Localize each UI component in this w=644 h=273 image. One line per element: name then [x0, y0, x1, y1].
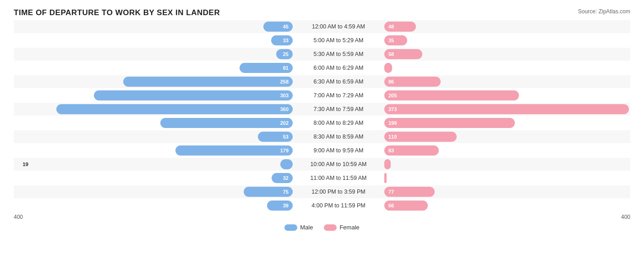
bar-female: 373 [384, 104, 629, 114]
chart-row: 394:00 PM to 11:59 PM66 [14, 199, 630, 212]
time-label: 8:30 AM to 8:59 AM [293, 134, 384, 140]
legend-male-swatch [284, 224, 297, 231]
chart-row: 3037:00 AM to 7:29 AM205 [14, 89, 630, 102]
legend-female-swatch [324, 224, 337, 231]
bar-female [384, 159, 391, 169]
legend: Male Female [14, 224, 630, 231]
time-label: 7:00 AM to 7:29 AM [293, 92, 384, 99]
bar-male-value: 19 [14, 162, 30, 167]
chart-row: 538:30 AM to 8:59 AM110 [14, 130, 630, 143]
chart-row: 816:00 AM to 6:29 AM12 [14, 61, 630, 74]
axis-right-label: 400 [621, 214, 630, 220]
bar-female: 205 [384, 90, 519, 100]
bar-female: 110 [384, 132, 457, 142]
bar-male: 39 [267, 201, 293, 211]
bar-female [384, 173, 387, 183]
legend-female-label: Female [339, 224, 359, 231]
time-label: 5:00 AM to 5:29 AM [293, 37, 384, 44]
chart-row: 4512:00 AM to 4:59 AM48 [14, 20, 630, 33]
chart-row: 1910:00 AM to 10:59 AM10 [14, 158, 630, 171]
chart-row: 3211:00 AM to 11:59 AM0 [14, 172, 630, 184]
time-label: 6:00 AM to 6:29 AM [293, 65, 384, 71]
bar-female: 58 [384, 49, 422, 59]
bar-male: 179 [175, 145, 293, 156]
chart-row: 335:00 AM to 5:29 AM35 [14, 34, 630, 47]
chart-row: 7512:00 PM to 3:59 PM77 [14, 185, 630, 198]
legend-male-label: Male [300, 224, 313, 231]
time-label: 6:30 AM to 6:59 AM [293, 78, 384, 85]
bar-male: 258 [123, 77, 293, 87]
bar-male: 25 [276, 49, 293, 59]
bar-female: 83 [384, 145, 439, 156]
bar-female [384, 63, 392, 73]
time-label: 7:30 AM to 7:59 AM [293, 106, 384, 112]
bar-male: 32 [272, 173, 293, 183]
time-label: 10:00 AM to 10:59 AM [293, 161, 384, 167]
time-label: 9:00 AM to 9:59 AM [293, 147, 384, 154]
time-label: 12:00 AM to 4:59 AM [293, 23, 384, 30]
chart-row: 2586:30 AM to 6:59 AM86 [14, 75, 630, 88]
time-label: 8:00 AM to 8:29 AM [293, 120, 384, 126]
chart-container: TIME OF DEPARTURE TO WORK BY SEX IN LAND… [0, 0, 644, 273]
full-chart: 4512:00 AM to 4:59 AM48335:00 AM to 5:29… [14, 20, 630, 231]
bar-male: 33 [271, 35, 293, 45]
bar-female: 48 [384, 22, 416, 32]
bar-male: 202 [160, 118, 293, 128]
time-label: 11:00 AM to 11:59 AM [293, 175, 384, 181]
bar-male: 303 [94, 90, 293, 100]
time-label: 12:00 PM to 3:59 PM [293, 189, 384, 195]
axis-left-label: 400 [14, 214, 23, 220]
bar-female: 35 [384, 35, 407, 45]
bar-male [280, 159, 293, 169]
time-label: 4:00 PM to 11:59 PM [293, 202, 384, 209]
bar-female: 199 [384, 118, 515, 128]
bar-male: 75 [244, 187, 293, 197]
chart-title: TIME OF DEPARTURE TO WORK BY SEX IN LAND… [14, 8, 630, 17]
chart-row: 2028:00 AM to 8:29 AM199 [14, 117, 630, 129]
chart-row: 255:30 AM to 5:59 AM58 [14, 48, 630, 61]
rows-container: 4512:00 AM to 4:59 AM48335:00 AM to 5:29… [14, 20, 630, 212]
source-label: Source: ZipAtlas.com [578, 8, 630, 15]
legend-male: Male [284, 224, 313, 231]
bar-male: 360 [56, 104, 293, 114]
bar-male: 81 [240, 63, 293, 73]
bar-female: 77 [384, 187, 435, 197]
chart-row: 1799:00 AM to 9:59 AM83 [14, 144, 630, 157]
chart-row: 3607:30 AM to 7:59 AM373 [14, 103, 630, 116]
bar-male: 53 [258, 132, 293, 142]
legend-female: Female [324, 224, 359, 231]
time-label: 5:30 AM to 5:59 AM [293, 51, 384, 57]
bar-male: 45 [263, 22, 293, 32]
bar-female: 86 [384, 77, 441, 87]
bar-female: 66 [384, 201, 428, 211]
